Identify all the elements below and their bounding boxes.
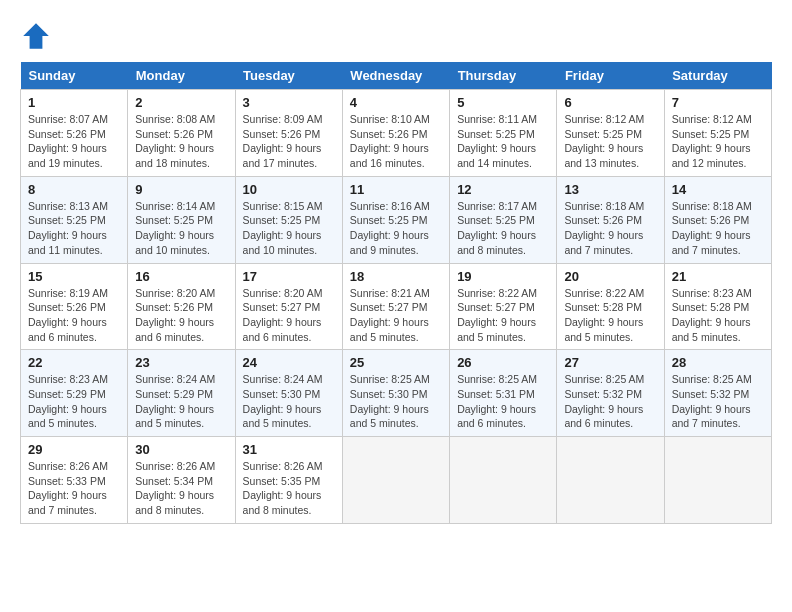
day-number: 30 (135, 442, 227, 457)
day-cell: 18Sunrise: 8:21 AM Sunset: 5:27 PM Dayli… (342, 263, 449, 350)
day-cell: 22Sunrise: 8:23 AM Sunset: 5:29 PM Dayli… (21, 350, 128, 437)
day-cell: 19Sunrise: 8:22 AM Sunset: 5:27 PM Dayli… (450, 263, 557, 350)
day-cell: 11Sunrise: 8:16 AM Sunset: 5:25 PM Dayli… (342, 176, 449, 263)
day-cell (664, 437, 771, 524)
svg-marker-0 (23, 23, 49, 49)
day-cell: 28Sunrise: 8:25 AM Sunset: 5:32 PM Dayli… (664, 350, 771, 437)
day-number: 13 (564, 182, 656, 197)
day-cell: 17Sunrise: 8:20 AM Sunset: 5:27 PM Dayli… (235, 263, 342, 350)
day-cell (557, 437, 664, 524)
header (20, 20, 772, 52)
day-number: 23 (135, 355, 227, 370)
col-header-sunday: Sunday (21, 62, 128, 90)
day-info: Sunrise: 8:25 AM Sunset: 5:30 PM Dayligh… (350, 372, 442, 431)
day-info: Sunrise: 8:08 AM Sunset: 5:26 PM Dayligh… (135, 112, 227, 171)
col-header-saturday: Saturday (664, 62, 771, 90)
calendar-table: SundayMondayTuesdayWednesdayThursdayFrid… (20, 62, 772, 524)
day-info: Sunrise: 8:13 AM Sunset: 5:25 PM Dayligh… (28, 199, 120, 258)
day-number: 26 (457, 355, 549, 370)
day-cell: 16Sunrise: 8:20 AM Sunset: 5:26 PM Dayli… (128, 263, 235, 350)
day-number: 25 (350, 355, 442, 370)
day-cell: 10Sunrise: 8:15 AM Sunset: 5:25 PM Dayli… (235, 176, 342, 263)
day-info: Sunrise: 8:26 AM Sunset: 5:33 PM Dayligh… (28, 459, 120, 518)
col-header-thursday: Thursday (450, 62, 557, 90)
col-header-monday: Monday (128, 62, 235, 90)
day-cell: 29Sunrise: 8:26 AM Sunset: 5:33 PM Dayli… (21, 437, 128, 524)
day-info: Sunrise: 8:20 AM Sunset: 5:26 PM Dayligh… (135, 286, 227, 345)
day-number: 4 (350, 95, 442, 110)
day-cell: 6Sunrise: 8:12 AM Sunset: 5:25 PM Daylig… (557, 90, 664, 177)
day-info: Sunrise: 8:12 AM Sunset: 5:25 PM Dayligh… (672, 112, 764, 171)
day-cell: 2Sunrise: 8:08 AM Sunset: 5:26 PM Daylig… (128, 90, 235, 177)
day-cell: 14Sunrise: 8:18 AM Sunset: 5:26 PM Dayli… (664, 176, 771, 263)
day-number: 7 (672, 95, 764, 110)
day-cell: 12Sunrise: 8:17 AM Sunset: 5:25 PM Dayli… (450, 176, 557, 263)
day-cell: 23Sunrise: 8:24 AM Sunset: 5:29 PM Dayli… (128, 350, 235, 437)
day-number: 22 (28, 355, 120, 370)
day-info: Sunrise: 8:22 AM Sunset: 5:27 PM Dayligh… (457, 286, 549, 345)
day-info: Sunrise: 8:16 AM Sunset: 5:25 PM Dayligh… (350, 199, 442, 258)
day-number: 11 (350, 182, 442, 197)
day-number: 31 (243, 442, 335, 457)
week-row-4: 22Sunrise: 8:23 AM Sunset: 5:29 PM Dayli… (21, 350, 772, 437)
day-cell: 27Sunrise: 8:25 AM Sunset: 5:32 PM Dayli… (557, 350, 664, 437)
day-number: 28 (672, 355, 764, 370)
day-cell: 25Sunrise: 8:25 AM Sunset: 5:30 PM Dayli… (342, 350, 449, 437)
day-number: 24 (243, 355, 335, 370)
day-number: 18 (350, 269, 442, 284)
day-cell (450, 437, 557, 524)
day-number: 19 (457, 269, 549, 284)
day-info: Sunrise: 8:18 AM Sunset: 5:26 PM Dayligh… (564, 199, 656, 258)
day-number: 21 (672, 269, 764, 284)
logo (20, 20, 56, 52)
day-info: Sunrise: 8:10 AM Sunset: 5:26 PM Dayligh… (350, 112, 442, 171)
day-cell: 24Sunrise: 8:24 AM Sunset: 5:30 PM Dayli… (235, 350, 342, 437)
col-header-friday: Friday (557, 62, 664, 90)
day-info: Sunrise: 8:25 AM Sunset: 5:32 PM Dayligh… (672, 372, 764, 431)
day-info: Sunrise: 8:23 AM Sunset: 5:28 PM Dayligh… (672, 286, 764, 345)
day-info: Sunrise: 8:20 AM Sunset: 5:27 PM Dayligh… (243, 286, 335, 345)
day-number: 29 (28, 442, 120, 457)
day-cell: 1Sunrise: 8:07 AM Sunset: 5:26 PM Daylig… (21, 90, 128, 177)
week-row-1: 1Sunrise: 8:07 AM Sunset: 5:26 PM Daylig… (21, 90, 772, 177)
week-row-5: 29Sunrise: 8:26 AM Sunset: 5:33 PM Dayli… (21, 437, 772, 524)
day-info: Sunrise: 8:14 AM Sunset: 5:25 PM Dayligh… (135, 199, 227, 258)
day-info: Sunrise: 8:19 AM Sunset: 5:26 PM Dayligh… (28, 286, 120, 345)
day-number: 9 (135, 182, 227, 197)
day-number: 15 (28, 269, 120, 284)
day-cell: 26Sunrise: 8:25 AM Sunset: 5:31 PM Dayli… (450, 350, 557, 437)
col-header-wednesday: Wednesday (342, 62, 449, 90)
day-number: 17 (243, 269, 335, 284)
day-info: Sunrise: 8:21 AM Sunset: 5:27 PM Dayligh… (350, 286, 442, 345)
day-info: Sunrise: 8:07 AM Sunset: 5:26 PM Dayligh… (28, 112, 120, 171)
day-cell: 20Sunrise: 8:22 AM Sunset: 5:28 PM Dayli… (557, 263, 664, 350)
day-cell: 5Sunrise: 8:11 AM Sunset: 5:25 PM Daylig… (450, 90, 557, 177)
day-info: Sunrise: 8:12 AM Sunset: 5:25 PM Dayligh… (564, 112, 656, 171)
day-number: 6 (564, 95, 656, 110)
day-info: Sunrise: 8:24 AM Sunset: 5:29 PM Dayligh… (135, 372, 227, 431)
day-info: Sunrise: 8:18 AM Sunset: 5:26 PM Dayligh… (672, 199, 764, 258)
day-cell (342, 437, 449, 524)
day-cell: 31Sunrise: 8:26 AM Sunset: 5:35 PM Dayli… (235, 437, 342, 524)
calendar-body: 1Sunrise: 8:07 AM Sunset: 5:26 PM Daylig… (21, 90, 772, 524)
day-info: Sunrise: 8:09 AM Sunset: 5:26 PM Dayligh… (243, 112, 335, 171)
day-info: Sunrise: 8:26 AM Sunset: 5:35 PM Dayligh… (243, 459, 335, 518)
day-number: 10 (243, 182, 335, 197)
day-cell: 21Sunrise: 8:23 AM Sunset: 5:28 PM Dayli… (664, 263, 771, 350)
day-cell: 13Sunrise: 8:18 AM Sunset: 5:26 PM Dayli… (557, 176, 664, 263)
day-info: Sunrise: 8:26 AM Sunset: 5:34 PM Dayligh… (135, 459, 227, 518)
day-number: 2 (135, 95, 227, 110)
day-cell: 15Sunrise: 8:19 AM Sunset: 5:26 PM Dayli… (21, 263, 128, 350)
day-number: 14 (672, 182, 764, 197)
day-info: Sunrise: 8:25 AM Sunset: 5:32 PM Dayligh… (564, 372, 656, 431)
day-info: Sunrise: 8:23 AM Sunset: 5:29 PM Dayligh… (28, 372, 120, 431)
day-number: 27 (564, 355, 656, 370)
day-cell: 4Sunrise: 8:10 AM Sunset: 5:26 PM Daylig… (342, 90, 449, 177)
week-row-2: 8Sunrise: 8:13 AM Sunset: 5:25 PM Daylig… (21, 176, 772, 263)
day-number: 1 (28, 95, 120, 110)
day-info: Sunrise: 8:22 AM Sunset: 5:28 PM Dayligh… (564, 286, 656, 345)
day-number: 20 (564, 269, 656, 284)
day-cell: 30Sunrise: 8:26 AM Sunset: 5:34 PM Dayli… (128, 437, 235, 524)
day-number: 3 (243, 95, 335, 110)
logo-icon (20, 20, 52, 52)
